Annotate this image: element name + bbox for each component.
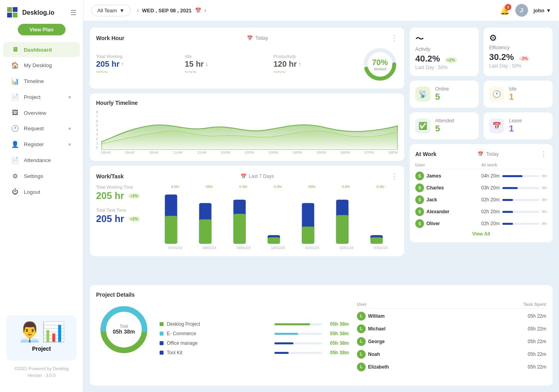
total-working-value: 205 hr ↑	[96, 60, 178, 69]
timeline-icon: 📊	[11, 77, 19, 85]
activity-lastday: Last Day : 50%	[415, 65, 473, 70]
status-grid: 📡 Online 5 🕐 Idle 1	[410, 81, 553, 139]
user-avatar: S	[415, 172, 424, 180]
sidebar-item-timeline[interactable]: 📊 Timeline	[3, 73, 80, 89]
svg-rect-13	[268, 237, 280, 243]
timeline-x-labels: 08AM09AM10AM11AM12AM01PM02PM03PM04PM05PM…	[101, 151, 398, 154]
idle-value: 15 hr ↓	[185, 60, 267, 69]
card-menu-icon[interactable]: ⋮	[391, 172, 398, 181]
project-user-row: L William 05h 22m	[357, 312, 546, 321]
main-area: All Team ▼ ‹ WED , SEP 08 , 2021 📅 › 🔔 2…	[83, 0, 559, 392]
user-time: 02h 20m 8hr	[481, 209, 547, 214]
sidebar-item-register[interactable]: 👤 Register ▼	[3, 137, 80, 152]
card-menu-icon[interactable]: ⋮	[540, 150, 547, 158]
donut-sub: Worked	[372, 67, 388, 71]
view-plan-button[interactable]: View Plan	[18, 24, 66, 35]
svg-rect-0	[7, 7, 12, 12]
sidebar-label-dashboard: Dashboard	[24, 47, 52, 53]
sidebar-label-mydesklog: My Desklog	[24, 62, 52, 68]
user-task-time: 05h 22m	[452, 351, 547, 357]
sidebar-item-overview[interactable]: 🖼 Overview	[3, 105, 80, 120]
total-working-stat: Total Working 205 hr ↑ 〜〜〜	[96, 54, 178, 75]
productivity-stat: Productivity 120 hr ↑ 〜〜〜	[274, 54, 356, 75]
project-user-row: L Michael 05h 22m	[357, 324, 546, 333]
view-all-button[interactable]: View All	[415, 231, 547, 237]
project-inner: Total 05h 38m Desklog Project 05h 38m E-…	[96, 302, 546, 375]
sidebar-item-logout[interactable]: ⏻ Logout	[3, 184, 80, 199]
notification-button[interactable]: 🔔 2	[500, 6, 510, 15]
efficiency-title: Efficiency	[489, 45, 547, 50]
user-name: Michael	[368, 326, 386, 332]
sidebar-item-settings[interactable]: ⚙ Settings	[3, 168, 80, 184]
working-badge: +2%	[128, 193, 140, 199]
leave-icon-wrap: 📅	[489, 118, 504, 133]
attended-card: ✅ Attended 5	[410, 112, 479, 139]
left-column: Work Hour 📅 Today ⋮ Total Working 205 hr…	[90, 27, 404, 260]
calendar-icon: 📅	[247, 35, 253, 41]
sidebar-item-attendance[interactable]: 📄 Attendance	[3, 153, 80, 168]
sidebar-nav: 🖥 Dashboard 🏠 My Desklog 📊 Timeline 📄 Pr…	[0, 42, 83, 200]
legend-label: Office manage	[167, 340, 271, 346]
svg-rect-15	[302, 227, 314, 244]
prev-date-button[interactable]: ‹	[137, 7, 139, 14]
calendar-icon: 📅	[492, 122, 501, 130]
arrow-down-icon: ↓	[205, 61, 208, 67]
user-time: 03h 20m 8hr	[481, 185, 547, 191]
right-column: 〜 Activity 40.2% +2% Last Day : 50% ⚙ Ef…	[410, 27, 553, 280]
attended-value: 5	[435, 124, 454, 134]
legend-dot	[160, 341, 164, 345]
chevron-down-icon: ▼	[67, 95, 72, 100]
hamburger-icon[interactable]: ☰	[70, 8, 77, 17]
calendar-icon[interactable]: 📅	[195, 8, 201, 14]
card-menu-icon[interactable]: ⋮	[391, 34, 398, 42]
user-task-time: 05h 22m	[452, 313, 547, 319]
user-avatar: L	[357, 312, 366, 321]
arrow-up-icon: ↑	[299, 61, 301, 67]
sidebar-item-mydesklog[interactable]: 🏠 My Desklog	[3, 58, 80, 73]
team-selector[interactable]: All Team ▼	[91, 5, 131, 16]
svg-rect-17	[336, 215, 349, 243]
chevron-down-icon: ▼	[67, 126, 72, 131]
legend-item: Office manage 05h 38m	[160, 340, 349, 346]
svg-rect-1	[13, 7, 17, 12]
idle-label: Idle	[185, 54, 267, 59]
user-name: Charles	[426, 185, 444, 191]
calendar-icon: 📅	[241, 174, 247, 179]
activity-title: Activity	[415, 46, 473, 52]
leave-label: Leave	[509, 118, 522, 124]
efficiency-card: ⚙ Efficiency 30.2% -3% Last Day : 50%	[484, 27, 553, 76]
work-task-inner: Total Working Time 205 hr +2% Total Task…	[96, 185, 398, 250]
idle-stat: Idle 15 hr ↓ 〜〜〜	[185, 54, 267, 75]
project-legend: Desklog Project 05h 38m E- Commerce 05h …	[160, 302, 349, 375]
arrow-up-icon: ↑	[121, 61, 124, 67]
sidebar-label-timeline: Timeline	[24, 78, 44, 84]
project-header: Project Details	[96, 292, 546, 298]
bar-chart-area: 6.5hr05hr5.5hr0.4hr05hr5.5hr0.4hr	[158, 185, 398, 250]
efficiency-lastday: Last Day : 50%	[489, 63, 547, 69]
sidebar-item-dashboard[interactable]: 🖥 Dashboard	[3, 42, 80, 57]
legend-time: 05h 38m	[325, 340, 349, 346]
project-user-row: L George 05h 22m	[357, 337, 546, 346]
attendance-icon: 📄	[11, 156, 19, 164]
total-working-label: Total Working	[96, 54, 178, 59]
user-task-time: 05h 22m	[452, 364, 547, 370]
online-icon-wrap: 📡	[415, 87, 430, 102]
user-name: Alexander	[426, 209, 449, 214]
user-menu[interactable]: john ▼	[534, 8, 551, 14]
at-work-row: S Alexander 02h 20m 8hr	[415, 207, 547, 216]
project-user-table: User Task Spent L William 05h 22m L M	[357, 302, 546, 375]
work-hour-card: Work Hour 📅 Today ⋮ Total Working 205 hr…	[90, 27, 404, 89]
sidebar-item-project[interactable]: 📄 Project ▼	[3, 89, 80, 105]
work-stats: Total Working 205 hr ↑ 〜〜〜 Idle 15 hr ↓	[96, 46, 398, 82]
logo-text: Desklog.io	[22, 9, 54, 16]
svg-rect-11	[233, 214, 246, 243]
activity-efficiency-grid: 〜 Activity 40.2% +2% Last Day : 50% ⚙ Ef…	[410, 27, 553, 76]
sidebar-label-logout: Logout	[24, 189, 40, 195]
next-date-button[interactable]: ›	[204, 7, 206, 14]
user-time: 04h 20m 8hr	[481, 173, 547, 179]
hourly-timeline-card: Hourly Timeline 876543210	[90, 93, 404, 161]
work-task-title: Work/Task	[96, 173, 124, 180]
sidebar-item-request[interactable]: 🕐 Request ▼	[3, 121, 80, 136]
avatar: J	[515, 4, 528, 17]
legend-label: Tool Kit	[167, 350, 271, 355]
